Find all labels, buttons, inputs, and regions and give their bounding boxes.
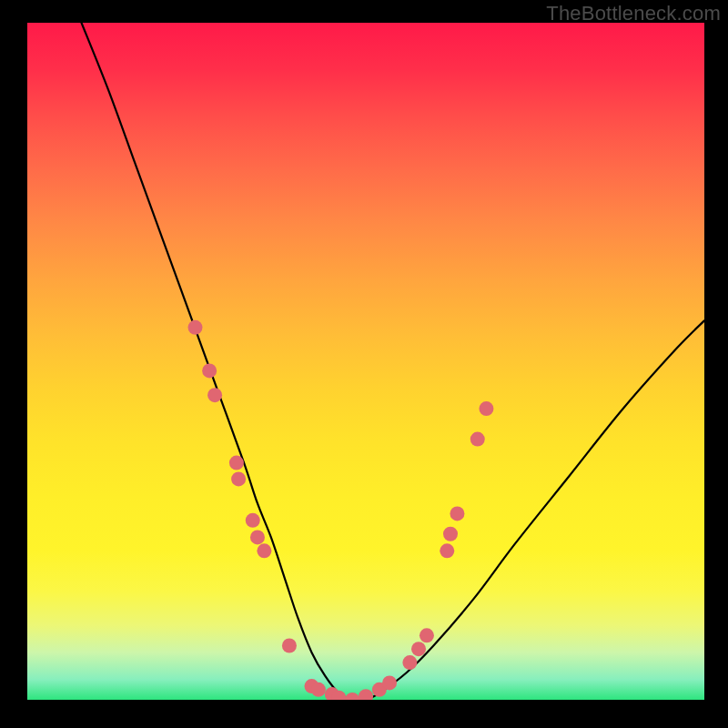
data-point	[440, 543, 454, 558]
data-point	[402, 655, 417, 670]
data-point	[411, 642, 426, 656]
data-point	[231, 471, 246, 486]
data-point	[345, 693, 359, 700]
outer-frame: TheBottleneck.com	[0, 0, 728, 728]
data-point	[229, 456, 244, 470]
data-point	[246, 513, 260, 528]
bottleneck-curve	[82, 23, 704, 700]
data-point	[282, 638, 297, 652]
data-point	[470, 432, 485, 447]
data-points	[188, 320, 494, 700]
plot-area	[27, 23, 704, 700]
data-point	[311, 682, 326, 697]
data-point	[443, 527, 458, 541]
data-point	[250, 530, 265, 544]
watermark-text: TheBottleneck.com	[546, 2, 721, 25]
data-point	[331, 691, 346, 700]
data-point	[325, 687, 339, 700]
data-point	[479, 401, 493, 416]
data-point	[188, 320, 203, 335]
data-point	[202, 363, 217, 378]
data-point	[207, 388, 222, 402]
data-point	[382, 675, 397, 690]
data-point	[372, 682, 387, 697]
data-point	[359, 689, 373, 700]
data-point	[304, 679, 318, 693]
data-point	[450, 506, 464, 521]
data-point	[420, 628, 434, 642]
data-point	[257, 543, 271, 558]
chart-overlay	[27, 23, 704, 700]
